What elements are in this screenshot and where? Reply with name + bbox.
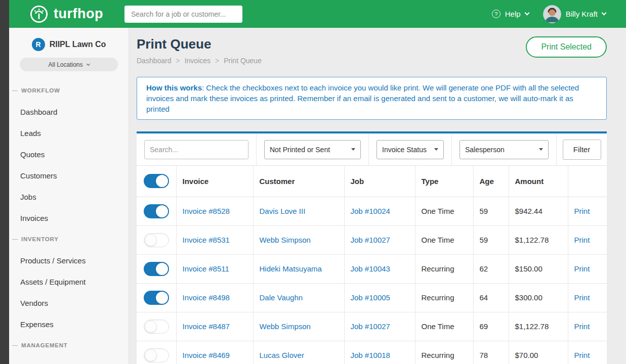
sidebar-item-leads[interactable]: Leads — [9, 122, 129, 144]
sidebar-section-management: MANAGEMENT — [9, 335, 129, 356]
print-link[interactable]: Print — [574, 351, 590, 359]
print-selected-button[interactable]: Print Selected — [526, 36, 607, 58]
amount-cell: $942.44 — [509, 197, 568, 225]
job-link[interactable]: Job #10018 — [351, 351, 390, 359]
age-cell: 64 — [473, 283, 509, 312]
print-link-cell: Print — [568, 225, 607, 254]
print-link-cell: Print — [568, 341, 607, 364]
column-header-type: Type — [415, 166, 473, 197]
breadcrumb-invoices[interactable]: Invoices — [185, 57, 211, 65]
chevron-down-icon — [602, 11, 607, 16]
print-link[interactable]: Print — [574, 322, 590, 331]
print-link[interactable]: Print — [574, 207, 590, 215]
print-link[interactable]: Print — [574, 236, 590, 244]
row-select-toggle[interactable] — [144, 348, 169, 362]
left-edge-strip — [0, 0, 9, 364]
print-link[interactable]: Print — [574, 293, 590, 302]
invoice-link[interactable]: Invoice #8498 — [183, 293, 230, 302]
invoice-link[interactable]: Invoice #8487 — [183, 322, 230, 331]
info-box-text: : Check the checkboxes next to each invo… — [146, 83, 579, 113]
table-search-input[interactable] — [144, 140, 248, 159]
row-select-cell — [137, 312, 176, 341]
main-content: Print Queue Dashboard>Invoices>Print Que… — [129, 28, 626, 364]
row-select-cell — [137, 197, 176, 225]
invoice-link[interactable]: Invoice #8528 — [183, 207, 230, 215]
job-link[interactable]: Job #10005 — [351, 293, 390, 302]
sidebar: R RIIPL Lawn Co All Locations WORKFLOWDa… — [9, 28, 129, 364]
invoice-status-filter-select[interactable]: Invoice Status — [377, 140, 444, 159]
invoice-link[interactable]: Invoice #8511 — [183, 264, 229, 273]
column-header-invoice: Invoice — [176, 166, 253, 197]
invoice-link[interactable]: Invoice #8469 — [183, 351, 230, 359]
brand[interactable]: turfhop — [29, 5, 103, 24]
company-selector[interactable]: R RIIPL Lawn Co — [9, 28, 129, 51]
invoice-link-cell: Invoice #8498 — [176, 283, 253, 312]
sidebar-item-customers[interactable]: Customers — [9, 165, 129, 186]
customer-link[interactable]: Webb Simpson — [260, 236, 311, 244]
toggle-knob — [156, 263, 168, 275]
column-header-customer: Customer — [253, 166, 344, 197]
row-select-toggle[interactable] — [144, 204, 169, 218]
customer-link-cell: Webb Simpson — [253, 225, 344, 254]
filter-button[interactable]: Filter — [563, 140, 601, 160]
row-select-toggle[interactable] — [144, 291, 169, 305]
toggle-knob — [156, 205, 168, 217]
job-link[interactable]: Job #10027 — [351, 322, 390, 331]
customer-link[interactable]: Davis Love III — [260, 207, 306, 215]
info-box: How this works: Check the checkboxes nex… — [137, 77, 607, 120]
customer-link-cell: Davis Love III — [253, 197, 344, 225]
printed-filter-select[interactable]: Not Printed or Sent — [264, 140, 361, 159]
select-all-toggle[interactable] — [144, 174, 169, 188]
sidebar-item-invoices[interactable]: Invoices — [9, 207, 129, 229]
sidebar-item-expenses[interactable]: Expenses — [9, 313, 129, 335]
job-link-cell: Job #10027 — [344, 225, 415, 254]
breadcrumb-dashboard[interactable]: Dashboard — [137, 57, 172, 65]
age-cell: 69 — [473, 312, 509, 341]
help-icon: ? — [492, 10, 500, 18]
all-locations-dropdown[interactable]: All Locations — [20, 58, 118, 71]
job-link[interactable]: Job #10024 — [351, 207, 390, 215]
table-row: Invoice #8531Webb SimpsonJob #10027One T… — [137, 225, 607, 254]
customer-link[interactable]: Webb Simpson — [260, 322, 311, 331]
row-select-toggle[interactable] — [144, 320, 169, 334]
breadcrumb-print-queue: Print Queue — [224, 57, 262, 65]
type-cell: One Time — [415, 312, 473, 341]
customer-link[interactable]: Hideki Matsuyama — [260, 264, 322, 273]
toggle-knob — [156, 292, 168, 304]
invoice-link-cell: Invoice #8528 — [176, 197, 253, 225]
row-select-toggle[interactable] — [144, 262, 169, 276]
section-dash-icon — [12, 90, 18, 91]
column-header-actions — [568, 166, 607, 197]
row-select-cell — [137, 341, 176, 364]
sidebar-item-dashboard[interactable]: Dashboard — [9, 101, 129, 122]
global-search-input[interactable] — [124, 6, 242, 23]
salesperson-filter-select[interactable]: Salesperson — [460, 140, 549, 159]
sidebar-item-assets-equipment[interactable]: Assets / Equipment — [9, 271, 129, 292]
sidebar-item-jobs[interactable]: Jobs — [9, 186, 129, 207]
user-menu[interactable]: Billy Kraft — [543, 5, 606, 23]
job-link-cell: Job #10027 — [344, 312, 415, 341]
amount-cell: $1,122.78 — [509, 225, 568, 254]
job-link[interactable]: Job #10027 — [351, 236, 390, 244]
amount-cell: $300.00 — [509, 283, 568, 312]
user-name: Billy Kraft — [566, 10, 598, 18]
customer-link[interactable]: Dale Vaughn — [260, 293, 303, 302]
top-navbar: turfhop ? Help Billy Kraft — [9, 0, 626, 28]
invoice-link[interactable]: Invoice #8531 — [183, 236, 230, 244]
company-name: RIIPL Lawn Co — [50, 40, 106, 49]
customer-link[interactable]: Lucas Glover — [260, 351, 304, 359]
print-link[interactable]: Print — [574, 264, 590, 273]
job-link[interactable]: Job #10043 — [351, 264, 390, 273]
print-link-cell: Print — [568, 197, 607, 225]
sidebar-item-quotes[interactable]: Quotes — [9, 144, 129, 165]
print-link-cell: Print — [568, 254, 607, 283]
row-select-toggle[interactable] — [144, 233, 169, 247]
age-cell: 59 — [473, 197, 509, 225]
sidebar-item-vendors[interactable]: Vendors — [9, 292, 129, 313]
brand-name: turfhop — [54, 6, 103, 22]
breadcrumb-separator: > — [215, 57, 219, 65]
sidebar-item-products-services[interactable]: Products / Services — [9, 250, 129, 271]
toggle-knob — [145, 349, 157, 361]
help-menu[interactable]: ? Help — [492, 10, 529, 18]
caret-down-icon — [434, 148, 438, 151]
